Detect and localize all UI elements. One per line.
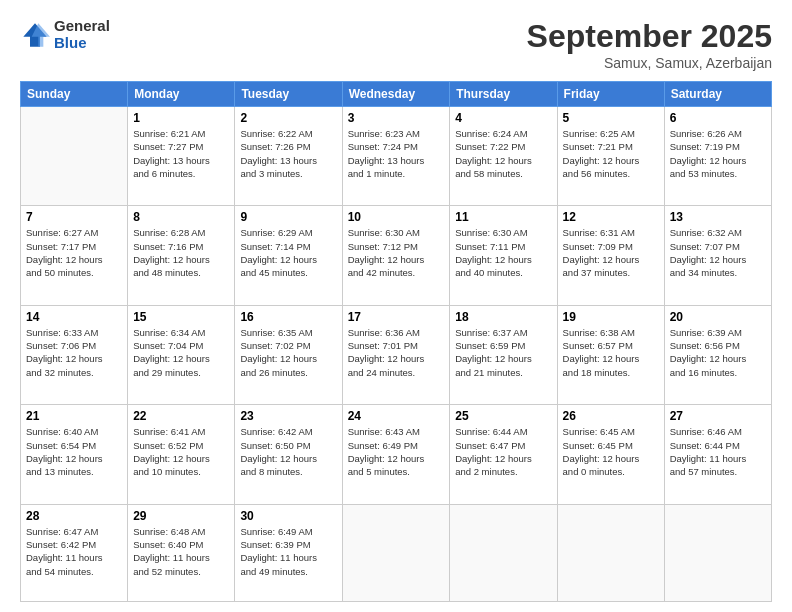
day-info: Sunrise: 6:21 AM Sunset: 7:27 PM Dayligh…	[133, 127, 229, 180]
day-info: Sunrise: 6:40 AM Sunset: 6:54 PM Dayligh…	[26, 425, 122, 478]
page: General Blue September 2025 Samux, Samux…	[0, 0, 792, 612]
day-number: 15	[133, 310, 229, 324]
day-info: Sunrise: 6:23 AM Sunset: 7:24 PM Dayligh…	[348, 127, 445, 180]
table-row: 18Sunrise: 6:37 AM Sunset: 6:59 PM Dayli…	[450, 305, 557, 404]
table-row: 8Sunrise: 6:28 AM Sunset: 7:16 PM Daylig…	[128, 206, 235, 305]
day-info: Sunrise: 6:32 AM Sunset: 7:07 PM Dayligh…	[670, 226, 766, 279]
day-number: 10	[348, 210, 445, 224]
day-number: 5	[563, 111, 659, 125]
table-row	[664, 504, 771, 601]
day-number: 12	[563, 210, 659, 224]
logo-blue-text: Blue	[54, 35, 110, 52]
calendar-table: Sunday Monday Tuesday Wednesday Thursday…	[20, 81, 772, 602]
day-info: Sunrise: 6:34 AM Sunset: 7:04 PM Dayligh…	[133, 326, 229, 379]
col-friday: Friday	[557, 82, 664, 107]
table-row	[21, 107, 128, 206]
table-row: 1Sunrise: 6:21 AM Sunset: 7:27 PM Daylig…	[128, 107, 235, 206]
table-row: 17Sunrise: 6:36 AM Sunset: 7:01 PM Dayli…	[342, 305, 450, 404]
logo-icon	[20, 20, 50, 50]
day-info: Sunrise: 6:49 AM Sunset: 6:39 PM Dayligh…	[240, 525, 336, 578]
day-info: Sunrise: 6:24 AM Sunset: 7:22 PM Dayligh…	[455, 127, 551, 180]
day-number: 4	[455, 111, 551, 125]
table-row: 7Sunrise: 6:27 AM Sunset: 7:17 PM Daylig…	[21, 206, 128, 305]
table-row: 21Sunrise: 6:40 AM Sunset: 6:54 PM Dayli…	[21, 405, 128, 504]
table-row: 5Sunrise: 6:25 AM Sunset: 7:21 PM Daylig…	[557, 107, 664, 206]
day-number: 7	[26, 210, 122, 224]
day-number: 19	[563, 310, 659, 324]
table-row: 24Sunrise: 6:43 AM Sunset: 6:49 PM Dayli…	[342, 405, 450, 504]
col-monday: Monday	[128, 82, 235, 107]
day-info: Sunrise: 6:39 AM Sunset: 6:56 PM Dayligh…	[670, 326, 766, 379]
day-number: 8	[133, 210, 229, 224]
table-row: 3Sunrise: 6:23 AM Sunset: 7:24 PM Daylig…	[342, 107, 450, 206]
day-number: 18	[455, 310, 551, 324]
col-thursday: Thursday	[450, 82, 557, 107]
day-info: Sunrise: 6:46 AM Sunset: 6:44 PM Dayligh…	[670, 425, 766, 478]
col-sunday: Sunday	[21, 82, 128, 107]
day-info: Sunrise: 6:27 AM Sunset: 7:17 PM Dayligh…	[26, 226, 122, 279]
table-row: 16Sunrise: 6:35 AM Sunset: 7:02 PM Dayli…	[235, 305, 342, 404]
logo: General Blue	[20, 18, 110, 51]
day-number: 14	[26, 310, 122, 324]
table-row: 2Sunrise: 6:22 AM Sunset: 7:26 PM Daylig…	[235, 107, 342, 206]
day-number: 17	[348, 310, 445, 324]
table-row: 22Sunrise: 6:41 AM Sunset: 6:52 PM Dayli…	[128, 405, 235, 504]
title-month: September 2025	[527, 18, 772, 55]
day-number: 20	[670, 310, 766, 324]
day-number: 16	[240, 310, 336, 324]
day-info: Sunrise: 6:37 AM Sunset: 6:59 PM Dayligh…	[455, 326, 551, 379]
day-number: 2	[240, 111, 336, 125]
table-row: 27Sunrise: 6:46 AM Sunset: 6:44 PM Dayli…	[664, 405, 771, 504]
table-row: 20Sunrise: 6:39 AM Sunset: 6:56 PM Dayli…	[664, 305, 771, 404]
day-info: Sunrise: 6:43 AM Sunset: 6:49 PM Dayligh…	[348, 425, 445, 478]
header: General Blue September 2025 Samux, Samux…	[20, 18, 772, 71]
day-number: 27	[670, 409, 766, 423]
day-info: Sunrise: 6:30 AM Sunset: 7:11 PM Dayligh…	[455, 226, 551, 279]
day-number: 23	[240, 409, 336, 423]
day-number: 28	[26, 509, 122, 523]
title-location: Samux, Samux, Azerbaijan	[527, 55, 772, 71]
day-number: 21	[26, 409, 122, 423]
table-row: 23Sunrise: 6:42 AM Sunset: 6:50 PM Dayli…	[235, 405, 342, 504]
table-row: 4Sunrise: 6:24 AM Sunset: 7:22 PM Daylig…	[450, 107, 557, 206]
logo-general-text: General	[54, 18, 110, 35]
day-info: Sunrise: 6:44 AM Sunset: 6:47 PM Dayligh…	[455, 425, 551, 478]
day-info: Sunrise: 6:38 AM Sunset: 6:57 PM Dayligh…	[563, 326, 659, 379]
table-row: 29Sunrise: 6:48 AM Sunset: 6:40 PM Dayli…	[128, 504, 235, 601]
table-row: 6Sunrise: 6:26 AM Sunset: 7:19 PM Daylig…	[664, 107, 771, 206]
table-row: 30Sunrise: 6:49 AM Sunset: 6:39 PM Dayli…	[235, 504, 342, 601]
logo-text: General Blue	[54, 18, 110, 51]
day-info: Sunrise: 6:35 AM Sunset: 7:02 PM Dayligh…	[240, 326, 336, 379]
day-number: 11	[455, 210, 551, 224]
day-info: Sunrise: 6:47 AM Sunset: 6:42 PM Dayligh…	[26, 525, 122, 578]
table-row: 11Sunrise: 6:30 AM Sunset: 7:11 PM Dayli…	[450, 206, 557, 305]
col-tuesday: Tuesday	[235, 82, 342, 107]
day-number: 9	[240, 210, 336, 224]
day-info: Sunrise: 6:28 AM Sunset: 7:16 PM Dayligh…	[133, 226, 229, 279]
day-number: 1	[133, 111, 229, 125]
day-number: 22	[133, 409, 229, 423]
day-info: Sunrise: 6:36 AM Sunset: 7:01 PM Dayligh…	[348, 326, 445, 379]
table-row	[450, 504, 557, 601]
table-row: 13Sunrise: 6:32 AM Sunset: 7:07 PM Dayli…	[664, 206, 771, 305]
day-number: 26	[563, 409, 659, 423]
day-number: 30	[240, 509, 336, 523]
day-info: Sunrise: 6:42 AM Sunset: 6:50 PM Dayligh…	[240, 425, 336, 478]
col-wednesday: Wednesday	[342, 82, 450, 107]
day-info: Sunrise: 6:30 AM Sunset: 7:12 PM Dayligh…	[348, 226, 445, 279]
day-info: Sunrise: 6:45 AM Sunset: 6:45 PM Dayligh…	[563, 425, 659, 478]
day-number: 6	[670, 111, 766, 125]
day-number: 24	[348, 409, 445, 423]
day-info: Sunrise: 6:26 AM Sunset: 7:19 PM Dayligh…	[670, 127, 766, 180]
day-info: Sunrise: 6:29 AM Sunset: 7:14 PM Dayligh…	[240, 226, 336, 279]
day-number: 3	[348, 111, 445, 125]
col-saturday: Saturday	[664, 82, 771, 107]
table-row: 25Sunrise: 6:44 AM Sunset: 6:47 PM Dayli…	[450, 405, 557, 504]
day-number: 25	[455, 409, 551, 423]
table-row: 26Sunrise: 6:45 AM Sunset: 6:45 PM Dayli…	[557, 405, 664, 504]
table-row: 14Sunrise: 6:33 AM Sunset: 7:06 PM Dayli…	[21, 305, 128, 404]
calendar-header-row: Sunday Monday Tuesday Wednesday Thursday…	[21, 82, 772, 107]
table-row: 15Sunrise: 6:34 AM Sunset: 7:04 PM Dayli…	[128, 305, 235, 404]
day-info: Sunrise: 6:33 AM Sunset: 7:06 PM Dayligh…	[26, 326, 122, 379]
table-row	[342, 504, 450, 601]
